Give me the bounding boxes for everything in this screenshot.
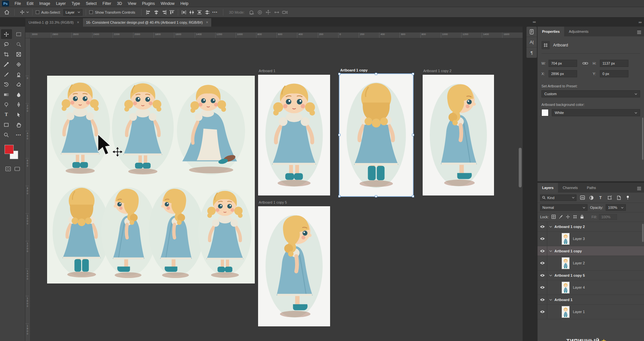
- layers-scrollbar[interactable]: [642, 224, 644, 242]
- layer-thumbnail[interactable]: [562, 257, 570, 269]
- distribute-vertical-icon[interactable]: [196, 9, 204, 16]
- visibility-eye-icon[interactable]: [538, 305, 547, 319]
- gradient-tool[interactable]: [1, 90, 12, 99]
- artboard-bg-color-swatch[interactable]: [541, 109, 549, 116]
- crop-tool[interactable]: [1, 49, 12, 59]
- filter-smart-objects-icon[interactable]: [615, 195, 622, 201]
- filter-pixel-layers-icon[interactable]: [579, 195, 586, 201]
- tab-layers[interactable]: Layers: [538, 183, 558, 193]
- layer-filter-search[interactable]: Kind: [540, 195, 576, 201]
- menu-item[interactable]: Filter: [100, 1, 114, 6]
- tab-paths[interactable]: Paths: [582, 183, 601, 193]
- lock-position-icon[interactable]: [566, 215, 570, 220]
- hand-tool[interactable]: [13, 120, 24, 130]
- visibility-eye-icon[interactable]: [538, 295, 547, 304]
- visibility-eye-icon[interactable]: [538, 232, 547, 246]
- artboard-reference-sheet[interactable]: [47, 76, 255, 284]
- 3d-dolly-camera-icon[interactable]: [281, 9, 289, 16]
- layer-row[interactable]: Artboard 1 copy: [538, 246, 644, 256]
- layer-name[interactable]: Artboard 1 copy 2: [554, 225, 585, 229]
- transform-handle[interactable]: [375, 195, 377, 197]
- align-left-icon[interactable]: [145, 9, 153, 16]
- menu-item[interactable]: File: [12, 1, 24, 6]
- vertical-ruler[interactable]: 0200400600800100012001400160018002000: [25, 38, 31, 341]
- move-tool[interactable]: [1, 29, 12, 39]
- group-expand-chevron[interactable]: [547, 250, 554, 252]
- layer-row[interactable]: Layer 4: [538, 280, 644, 295]
- paragraph-panel-icon[interactable]: ¶: [526, 47, 537, 58]
- layer-name[interactable]: Artboard 1 copy: [554, 249, 582, 253]
- 3d-slide-icon[interactable]: [272, 9, 281, 16]
- menu-item[interactable]: Select: [83, 1, 99, 6]
- align-top-icon[interactable]: [168, 9, 176, 16]
- menu-item[interactable]: View: [125, 1, 139, 6]
- filter-shape-layers-icon[interactable]: [606, 195, 613, 201]
- lock-artboard-icon[interactable]: [573, 215, 577, 220]
- tab-properties[interactable]: Properties: [538, 27, 564, 36]
- distribute-centers-h-icon[interactable]: [188, 9, 196, 16]
- filter-type-layers-icon[interactable]: T: [597, 195, 604, 201]
- distribute-horizontal-icon[interactable]: [180, 9, 188, 16]
- layer-row[interactable]: Layer 1: [538, 305, 644, 319]
- layer-name[interactable]: Artboard 1 copy 5: [554, 273, 585, 277]
- artboard-bg-color-select[interactable]: White: [552, 109, 640, 116]
- opacity-select[interactable]: 100%: [606, 204, 626, 211]
- transform-handle[interactable]: [412, 134, 414, 136]
- layer-name[interactable]: Layer 1: [573, 310, 585, 314]
- artboard-label[interactable]: Artboard 1 copy 5: [259, 200, 287, 204]
- visibility-eye-icon[interactable]: [538, 256, 547, 270]
- transform-handle[interactable]: [412, 195, 414, 197]
- artboard-1[interactable]: [258, 75, 330, 196]
- transform-handle[interactable]: [375, 73, 377, 75]
- transform-handle[interactable]: [338, 134, 341, 136]
- artboard-label[interactable]: Artboard 1: [259, 69, 275, 73]
- layer-name[interactable]: Layer 3: [573, 237, 585, 241]
- frame-tool[interactable]: [13, 49, 24, 59]
- horizontal-ruler[interactable]: 3000280026002400220020001800160014001200…: [31, 32, 523, 38]
- rectangle-shape-tool[interactable]: [1, 120, 12, 130]
- clone-stamp-tool[interactable]: [13, 69, 24, 79]
- expand-panels-icon[interactable]: »»: [638, 20, 641, 24]
- libraries-panel-icon[interactable]: [526, 27, 537, 37]
- foreground-color-swatch[interactable]: [5, 145, 14, 154]
- canvas-vertical-scrollbar[interactable]: [519, 148, 522, 187]
- width-field[interactable]: 704 px: [549, 60, 577, 67]
- y-field[interactable]: 0 px: [600, 70, 628, 77]
- rectangular-marquee-tool[interactable]: [13, 29, 24, 39]
- blend-mode-select[interactable]: Normal: [540, 204, 588, 211]
- character-panel-icon[interactable]: A|: [526, 37, 537, 47]
- artboard-1-copy[interactable]: [340, 74, 413, 196]
- object-selection-tool[interactable]: [13, 39, 24, 49]
- group-expand-chevron[interactable]: [547, 299, 554, 301]
- screen-mode-icon[interactable]: [14, 166, 20, 173]
- spot-healing-brush-tool[interactable]: [13, 59, 24, 69]
- blur-tool[interactable]: [13, 90, 24, 99]
- collapse-panels-icon[interactable]: ««: [533, 20, 536, 24]
- menu-item[interactable]: Edit: [24, 1, 36, 6]
- layer-row[interactable]: Artboard 1 copy 2: [538, 222, 644, 232]
- eyedropper-tool[interactable]: [1, 59, 12, 69]
- layer-row[interactable]: Layer 3: [538, 232, 644, 246]
- group-expand-chevron[interactable]: [547, 274, 554, 276]
- 3d-roll-icon[interactable]: [255, 9, 264, 16]
- close-icon[interactable]: ×: [206, 20, 208, 25]
- align-right-icon[interactable]: [160, 9, 168, 16]
- eraser-tool[interactable]: [13, 80, 24, 89]
- layer-name[interactable]: Artboard 1: [554, 298, 573, 302]
- visibility-eye-icon[interactable]: [538, 222, 547, 231]
- move-tool-option-icon[interactable]: [18, 8, 26, 16]
- properties-scrollbar[interactable]: [642, 118, 643, 160]
- visibility-eye-icon[interactable]: [538, 271, 547, 280]
- menu-item[interactable]: Plugins: [139, 1, 158, 6]
- zoom-tool[interactable]: [1, 130, 12, 140]
- layer-thumbnail[interactable]: [562, 306, 570, 318]
- show-transform-checkbox[interactable]: [89, 10, 93, 14]
- brush-tool[interactable]: [1, 69, 12, 79]
- lock-transparency-icon[interactable]: [551, 215, 556, 220]
- close-icon[interactable]: ×: [77, 20, 79, 25]
- menu-item[interactable]: 3D: [114, 1, 125, 6]
- document-tab[interactable]: Untitled-1 @ 33.3% (RGB/8) ×: [25, 18, 83, 27]
- layer-thumbnail[interactable]: [562, 233, 570, 245]
- document-tab[interactable]: 16- Consistent Character design.psd @ 40…: [83, 18, 212, 27]
- distribute-centers-v-icon[interactable]: [204, 9, 211, 16]
